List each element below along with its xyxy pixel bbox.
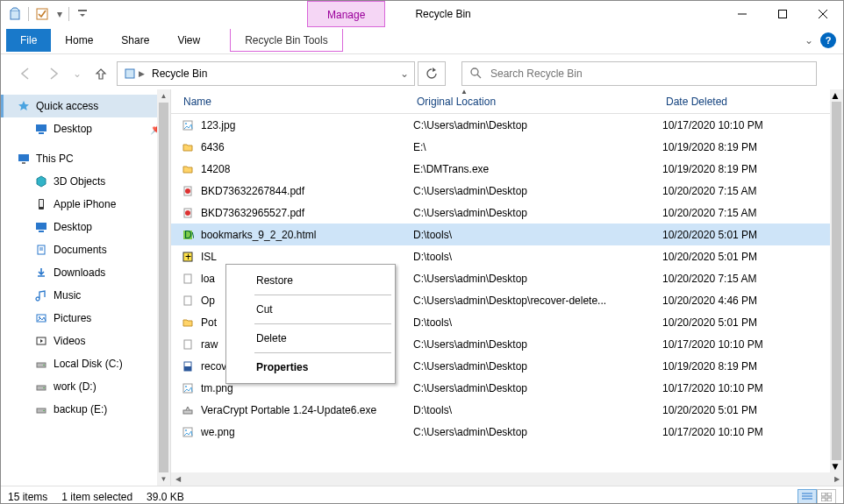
menu-item-delete[interactable]: Delete <box>226 326 395 351</box>
forward-button[interactable] <box>41 61 66 86</box>
tree-item-desktop[interactable]: Desktop 📌 <box>1 117 170 140</box>
file-row[interactable]: BKD73632267844.pdfC:\Users\admin\Desktop… <box>171 180 843 202</box>
file-row[interactable]: VeraCrypt Portable 1.24-Update6.exeD:\to… <box>171 399 843 421</box>
refresh-button[interactable] <box>418 61 446 86</box>
svg-rect-54 <box>827 493 832 496</box>
tree-item-work-d-[interactable]: work (D:) <box>1 375 170 398</box>
menu-item-restore[interactable]: Restore <box>226 268 395 293</box>
music-icon <box>34 288 48 302</box>
img-icon <box>180 425 196 439</box>
quick-access-toolbar: ▾ <box>1 5 97 23</box>
navigation-bar: ⌄ ▶ Recycle Bin ⌄ <box>1 58 843 89</box>
tree-item-backup-e-[interactable]: backup (E:) <box>1 398 170 421</box>
svg-rect-11 <box>39 132 44 134</box>
qat-customize-icon[interactable] <box>74 5 91 23</box>
ribbon-tab-view[interactable]: View <box>163 29 214 52</box>
status-selected-count: 1 item selected <box>61 491 132 503</box>
minimize-button[interactable] <box>722 1 762 27</box>
properties-qat-icon[interactable] <box>33 5 51 23</box>
folder-icon <box>180 140 196 154</box>
file-name: we.png <box>201 426 413 438</box>
ribbon-context-tab[interactable]: Manage <box>307 1 385 27</box>
tree-item-pictures[interactable]: Pictures <box>1 307 170 330</box>
svg-rect-53 <box>821 493 826 496</box>
scroll-thumb[interactable] <box>832 102 841 460</box>
file-name: 14208 <box>201 163 413 175</box>
tree-label: Videos <box>54 335 85 347</box>
ribbon-collapse-icon[interactable]: ⌄ <box>805 34 813 46</box>
tree-item-3d-objects[interactable]: 3D Objects <box>1 170 170 193</box>
scroll-up-icon[interactable]: ▲ <box>830 89 843 102</box>
back-button[interactable] <box>13 61 38 86</box>
menu-item-properties[interactable]: Properties <box>226 355 395 380</box>
tree-item-quick-access[interactable]: Quick access <box>1 95 170 117</box>
ribbon-tab-home[interactable]: Home <box>51 29 107 52</box>
svg-rect-12 <box>18 154 29 161</box>
tree-label: Downloads <box>54 266 105 279</box>
up-button[interactable] <box>89 61 113 86</box>
svg-rect-4 <box>779 11 787 18</box>
file-row[interactable]: we.pngC:\Users\admin\Desktop10/17/2020 1… <box>171 421 843 443</box>
maximize-button[interactable] <box>762 1 803 27</box>
list-horizontal-scrollbar[interactable]: ◀ ▶ <box>171 472 843 486</box>
tree-item-local-disk-c-[interactable]: Local Disk (C:) <box>1 352 170 375</box>
recent-locations-button[interactable]: ⌄ <box>69 61 85 86</box>
tree-label: This PC <box>36 153 74 165</box>
tree-item-music[interactable]: Music <box>1 284 170 307</box>
tree-item-videos[interactable]: Videos <box>1 330 170 352</box>
videos-icon <box>34 334 48 348</box>
svg-point-33 <box>185 188 190 194</box>
column-name[interactable]: Name <box>180 96 413 108</box>
status-item-count: 15 items <box>8 491 47 503</box>
search-box[interactable] <box>461 61 817 86</box>
scroll-down-icon[interactable]: ▼ <box>830 460 843 472</box>
column-original-location[interactable]: Original Location <box>413 96 662 108</box>
content-area: Quick access Desktop 📌 This PC 3D Object… <box>1 89 843 486</box>
ribbon-tab-recyclebin-tools[interactable]: Recycle Bin Tools <box>230 29 343 52</box>
view-details-button[interactable] <box>798 489 817 505</box>
file-row[interactable]: Dwbookmarks_9_2_20.htmlD:\tools\10/20/20… <box>171 224 843 245</box>
nav-scrollbar[interactable]: ▲ ▼ <box>157 89 170 486</box>
tree-item-this-pc[interactable]: This PC <box>1 147 170 170</box>
tree-item-apple-iphone[interactable]: Apple iPhone <box>1 193 170 216</box>
view-large-icons-button[interactable] <box>817 489 836 505</box>
scroll-down-icon[interactable]: ▼ <box>157 472 170 486</box>
search-input[interactable] <box>490 67 809 80</box>
address-bar[interactable]: ▶ Recycle Bin ⌄ <box>117 61 415 86</box>
list-vertical-scrollbar[interactable]: ▲ ▼ <box>830 89 843 472</box>
scroll-left-icon[interactable]: ◀ <box>171 472 184 486</box>
file-row[interactable]: 6436E:\10/19/2020 8:19 PM <box>171 136 843 158</box>
scroll-up-icon[interactable]: ▲ <box>157 89 170 103</box>
qat-dropdown-icon[interactable]: ▾ <box>55 5 64 23</box>
svg-point-8 <box>471 68 478 75</box>
ribbon-tabs: File Home Share View Recycle Bin Tools ⌄… <box>1 27 843 53</box>
column-date-deleted[interactable]: Date Deleted <box>662 96 843 108</box>
tree-item-desktop[interactable]: Desktop <box>1 216 170 238</box>
svg-rect-15 <box>39 200 43 207</box>
ribbon-tab-share[interactable]: Share <box>107 29 163 52</box>
scroll-right-icon[interactable]: ▶ <box>830 472 843 486</box>
help-button[interactable]: ? <box>820 32 836 48</box>
recycle-bin-icon[interactable] <box>6 5 24 23</box>
window-title: Recycle Bin <box>415 8 722 20</box>
svg-rect-2 <box>78 10 87 11</box>
file-row[interactable]: 123.jpgC:\Users\admin\Desktop10/17/2020 … <box>171 114 843 136</box>
drive-icon <box>34 380 48 394</box>
tree-item-documents[interactable]: Documents <box>1 238 170 261</box>
file-row[interactable]: 14208E:\DMTrans.exe10/19/2020 8:19 PM <box>171 158 843 180</box>
file-icon <box>180 337 196 351</box>
file-row[interactable]: BKD73632965527.pdfC:\Users\admin\Desktop… <box>171 202 843 224</box>
address-dropdown-icon[interactable]: ⌄ <box>400 67 409 80</box>
status-selection-size: 39.0 KB <box>147 491 184 503</box>
file-name: 6436 <box>201 141 413 153</box>
ribbon-tab-file[interactable]: File <box>6 29 51 52</box>
breadcrumb-chevron-icon[interactable]: ▶ <box>137 69 147 78</box>
breadcrumb-segment[interactable]: Recycle Bin <box>147 67 212 80</box>
menu-item-cut[interactable]: Cut <box>226 297 395 322</box>
scroll-thumb[interactable] <box>159 103 168 472</box>
pdf-icon <box>180 184 196 198</box>
tree-item-downloads[interactable]: Downloads <box>1 261 170 284</box>
close-button[interactable] <box>803 1 843 27</box>
context-menu: Restore Cut Delete Properties <box>225 264 396 384</box>
file-name: BKD73632267844.pdf <box>201 185 413 197</box>
